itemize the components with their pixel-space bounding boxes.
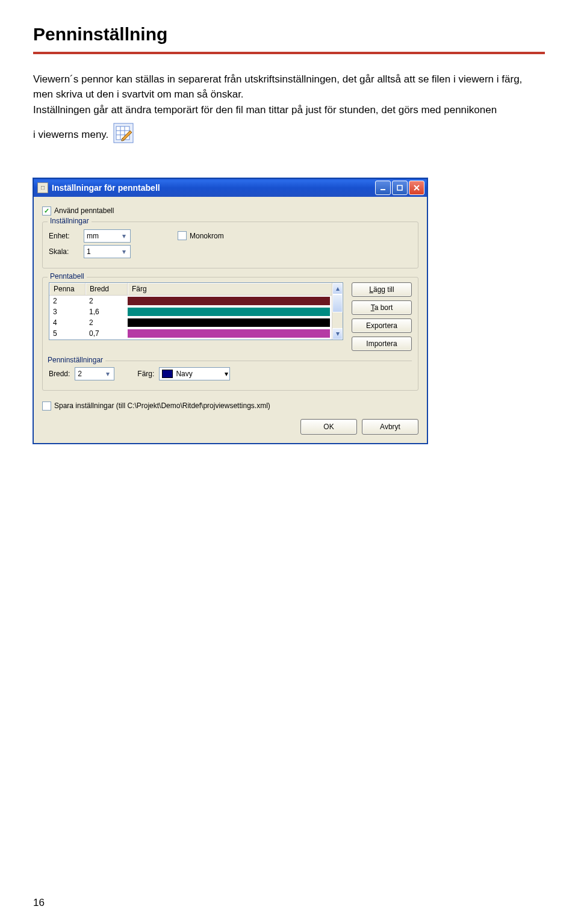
chevron-down-icon: ▾ — [225, 370, 228, 378]
scrollbar[interactable]: ▴ ▾ — [332, 283, 343, 340]
save-settings-checkbox[interactable]: ✓ Spara inställningar (till C:\Projekt\D… — [42, 402, 418, 411]
pen-table-icon — [113, 123, 134, 148]
pen-list[interactable]: Penna Bredd Färg 2 2 3 — [49, 282, 343, 340]
cell-width: 2 — [85, 318, 128, 327]
para-line-1: Viewern´s pennor kan ställas in separera… — [33, 72, 545, 102]
cell-pen: 5 — [49, 329, 85, 338]
dialog-title: Inställningar för penntabell — [52, 183, 160, 193]
unit-value: mm — [87, 232, 99, 240]
color-swatch — [128, 297, 330, 305]
pen-table-group: Penntabell Penna Bredd Färg 2 2 — [42, 277, 418, 391]
app-icon: □ — [37, 182, 48, 193]
checkbox-unchecked-icon: ✓ — [42, 402, 51, 411]
titlebar[interactable]: □ Inställningar för penntabell — [34, 179, 427, 197]
table-row[interactable]: 3 1,6 — [49, 306, 332, 317]
export-button[interactable]: Exportera — [352, 318, 412, 333]
use-pen-table-label: Använd penntabell — [54, 206, 114, 215]
save-settings-label: Spara inställningar (till C:\Projekt\Dem… — [54, 402, 270, 410]
width-label: Bredd: — [49, 370, 70, 378]
page-title: Penninställning — [33, 24, 545, 45]
unit-combo[interactable]: mm ▾ — [84, 229, 131, 243]
scroll-down-icon[interactable]: ▾ — [332, 328, 343, 340]
para-line-3: i viewerns meny. — [33, 128, 108, 143]
pen-table-group-legend: Penntabell — [48, 272, 87, 281]
settings-group-legend: Inställningar — [48, 217, 92, 225]
col-pen[interactable]: Penna — [49, 283, 85, 295]
chevron-down-icon: ▾ — [103, 369, 113, 379]
cell-width: 1,6 — [85, 308, 128, 316]
color-swatch-icon — [162, 370, 173, 378]
pen-settings-legend: Penninställningar — [45, 356, 105, 364]
cell-pen: 4 — [49, 318, 85, 327]
scale-value: 1 — [87, 247, 91, 256]
scale-label: Skala: — [49, 247, 79, 256]
maximize-button[interactable] — [392, 181, 408, 195]
pen-table-settings-dialog: □ Inställningar för penntabell ✓ Använd … — [33, 178, 427, 444]
table-row[interactable]: 5 0,7 — [49, 328, 332, 339]
scale-combo[interactable]: 1 ▾ — [84, 245, 131, 258]
use-pen-table-checkbox[interactable]: ✓ Använd penntabell — [42, 206, 418, 215]
cell-width: 0,7 — [85, 329, 128, 338]
table-row[interactable]: 2 2 — [49, 296, 332, 306]
body-paragraph: Viewern´s pennor kan ställas in separera… — [33, 72, 545, 148]
para-line-2: Inställningen går att ändra temporärt fö… — [33, 103, 545, 118]
col-width[interactable]: Bredd — [85, 283, 128, 295]
horizontal-rule — [33, 52, 545, 54]
add-button[interactable]: Lägg till — [352, 282, 412, 297]
scroll-thumb[interactable] — [332, 294, 343, 312]
color-swatch — [128, 318, 330, 327]
cell-pen: 2 — [49, 297, 85, 305]
close-button[interactable] — [409, 181, 424, 195]
unit-label: Enhet: — [49, 232, 79, 240]
settings-group: Inställningar Enhet: mm ▾ ✓ Monokrom Ska… — [42, 222, 418, 268]
width-value: 2 — [78, 370, 82, 378]
monochrome-label: Monokrom — [190, 232, 224, 240]
width-combo[interactable]: 2 ▾ — [75, 367, 114, 380]
color-label: Färg: — [137, 370, 154, 378]
color-swatch — [128, 329, 330, 338]
remove-button[interactable]: Ta bort — [352, 300, 412, 315]
ok-button[interactable]: OK — [300, 419, 357, 435]
cell-width: 2 — [85, 297, 128, 305]
checkbox-unchecked-icon: ✓ — [178, 231, 187, 240]
checkbox-checked-icon: ✓ — [42, 206, 51, 215]
chevron-down-icon: ▾ — [119, 231, 129, 241]
cancel-button[interactable]: Avbryt — [362, 419, 418, 435]
page-number: 16 — [33, 897, 45, 909]
minimize-button[interactable] — [375, 181, 391, 195]
svg-rect-7 — [397, 185, 402, 190]
import-button[interactable]: Importera — [352, 336, 412, 351]
monochrome-checkbox[interactable]: ✓ Monokrom — [178, 231, 224, 240]
cell-pen: 3 — [49, 308, 85, 316]
color-swatch — [128, 308, 330, 316]
color-combo[interactable]: Navy ▾ — [159, 367, 230, 380]
chevron-down-icon: ▾ — [119, 247, 129, 256]
table-row[interactable]: 4 2 — [49, 317, 332, 328]
col-color[interactable]: Färg — [128, 283, 332, 295]
color-value: Navy — [176, 370, 192, 378]
scroll-up-icon[interactable]: ▴ — [332, 283, 343, 294]
